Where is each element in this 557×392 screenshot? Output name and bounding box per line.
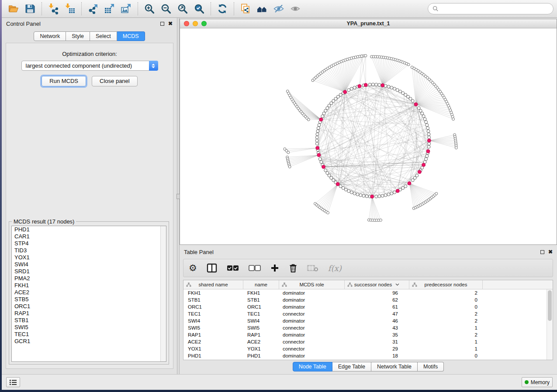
- tab-select[interactable]: Select: [90, 31, 117, 41]
- zoom-out-button[interactable]: [158, 2, 174, 16]
- delete-column-button[interactable]: [289, 261, 298, 275]
- column-header-predecessor-nodes[interactable]: predecessor nodes: [409, 280, 483, 289]
- create-column-button[interactable]: [270, 261, 279, 275]
- zoom-selected-button[interactable]: [191, 2, 208, 16]
- list-scrollbar[interactable]: [160, 226, 166, 361]
- mcds-result-item[interactable]: SWI4: [12, 261, 166, 268]
- attribute-tree-icon: [347, 282, 353, 287]
- control-panel-title: Control Panel: [6, 21, 41, 27]
- first-neighbors-button[interactable]: [254, 2, 270, 16]
- mcds-result-item[interactable]: CAR1: [12, 233, 166, 240]
- task-history-button[interactable]: [6, 377, 20, 387]
- table-row[interactable]: ORC1ORC1dominator610: [183, 303, 547, 310]
- mcds-result-item[interactable]: STB5: [12, 296, 166, 303]
- column-header-name[interactable]: name: [243, 280, 279, 289]
- show-all-button[interactable]: [287, 2, 304, 16]
- table-row[interactable]: STB1STB1dominator620: [183, 296, 547, 303]
- table-cell: 0: [409, 303, 483, 310]
- import-table-button[interactable]: [62, 2, 78, 16]
- hide-selected-button[interactable]: [270, 2, 287, 16]
- table-cell: 31: [345, 338, 409, 345]
- column-header-filler: [483, 280, 553, 289]
- mcds-result-item[interactable]: RAP1: [12, 310, 166, 317]
- attribute-tree-icon: [282, 282, 287, 287]
- open-file-button[interactable]: [5, 2, 22, 16]
- mcds-result-item[interactable]: SWI5: [12, 324, 166, 331]
- mcds-result-item[interactable]: PHD1: [12, 226, 166, 233]
- export-table-button[interactable]: [101, 2, 118, 16]
- mcds-result-item[interactable]: TEC1: [12, 331, 166, 338]
- table-row[interactable]: TEC1TEC1connector472: [183, 310, 547, 317]
- float-table-panel-icon[interactable]: [540, 250, 544, 254]
- import-network-icon: [48, 3, 59, 14]
- tab-edge-table[interactable]: Edge Table: [332, 362, 371, 371]
- right-area: YPA_prune.txt_1 Table Panel ✖ ⚙: [180, 18, 557, 374]
- network-window-title: YPA_prune.txt_1: [180, 21, 557, 27]
- table-row[interactable]: SWI5SWI5connector431: [183, 324, 547, 331]
- function-builder-button[interactable]: f(x): [328, 261, 342, 275]
- table-row[interactable]: SWI4SWI4dominator462: [183, 317, 547, 324]
- mcds-result-item[interactable]: ACE2: [12, 289, 166, 296]
- float-panel-icon[interactable]: [160, 22, 164, 26]
- mcds-result-item[interactable]: STB1: [12, 317, 166, 324]
- table-cell: 1: [409, 345, 483, 352]
- delete-table-button[interactable]: [307, 261, 318, 275]
- save-session-button[interactable]: [22, 2, 38, 16]
- tab-style[interactable]: Style: [66, 31, 90, 41]
- export-image-button[interactable]: [118, 2, 135, 16]
- select-all-button[interactable]: [227, 261, 239, 275]
- table-cell: 43: [345, 324, 409, 331]
- run-mcds-button[interactable]: Run MCDS: [42, 76, 86, 86]
- mcds-result-item[interactable]: TID3: [12, 247, 166, 254]
- table-row[interactable]: FKH1FKH1dominator962: [183, 289, 547, 296]
- plus-icon: [270, 264, 279, 272]
- column-header-shared-name[interactable]: shared name: [183, 280, 243, 289]
- table-cell: ORC1: [183, 303, 243, 310]
- network-window-titlebar[interactable]: YPA_prune.txt_1: [180, 19, 557, 28]
- memory-button[interactable]: Memory: [522, 377, 553, 387]
- show-columns-button[interactable]: [207, 261, 217, 275]
- table-cell: connector: [279, 324, 345, 331]
- select-all-icon: [227, 265, 239, 271]
- duplicate-network-button[interactable]: [237, 2, 254, 16]
- table-row[interactable]: YOX1YOX1connector291: [183, 345, 547, 352]
- tab-node-table[interactable]: Node Table: [293, 362, 332, 371]
- network-canvas[interactable]: [180, 28, 557, 244]
- scrollbar-thumb[interactable]: [548, 290, 552, 321]
- search-input[interactable]: [441, 6, 549, 12]
- zoom-in-icon: [144, 3, 155, 14]
- table-scrollbar[interactable]: [547, 289, 553, 360]
- mcds-result-item[interactable]: SRD1: [12, 268, 166, 275]
- apply-layout-button[interactable]: [214, 2, 231, 16]
- tab-mcds[interactable]: MCDS: [117, 31, 145, 41]
- tab-motifs[interactable]: Motifs: [418, 362, 444, 371]
- table-row[interactable]: PHD1PHD1dominator180: [183, 352, 547, 359]
- table-row[interactable]: ACE2ACE2connector311: [183, 338, 547, 345]
- close-panel-button[interactable]: Close panel: [92, 76, 138, 86]
- column-header-successor-nodes[interactable]: successor nodes: [345, 280, 409, 289]
- zoom-fit-button[interactable]: [174, 2, 191, 16]
- mcds-result-groupbox: MCDS result (17 nodes) PHD1CAR1STP4TID3Y…: [9, 221, 169, 364]
- mcds-result-item[interactable]: ORC1: [12, 303, 166, 310]
- tab-network-table[interactable]: Network Table: [371, 362, 418, 371]
- mcds-result-item[interactable]: GCR1: [12, 338, 166, 345]
- close-panel-icon[interactable]: ✖: [168, 21, 173, 26]
- zoom-in-button[interactable]: [141, 2, 158, 16]
- column-header-MCDS-role[interactable]: MCDS role: [279, 280, 345, 289]
- tab-network[interactable]: Network: [34, 31, 66, 41]
- mcds-result-item[interactable]: PMA2: [12, 275, 166, 282]
- mcds-result-item[interactable]: STP4: [12, 240, 166, 247]
- close-table-panel-icon[interactable]: ✖: [548, 249, 553, 254]
- deselect-all-button[interactable]: [249, 261, 261, 275]
- optimization-criterion-select[interactable]: largest connected component (undirected): [21, 61, 158, 71]
- mcds-result-item[interactable]: FKH1: [12, 282, 166, 289]
- houses-icon: [256, 3, 268, 14]
- import-network-button[interactable]: [45, 2, 62, 16]
- table-cell: 1: [409, 338, 483, 345]
- optimization-criterion-label: Optimization criterion:: [6, 51, 173, 57]
- table-cell: 2: [409, 331, 483, 338]
- table-settings-button[interactable]: ⚙: [189, 261, 197, 275]
- table-row[interactable]: RAP1RAP1dominator352: [183, 331, 547, 338]
- export-network-button[interactable]: [85, 2, 101, 16]
- mcds-result-item[interactable]: YOX1: [12, 254, 166, 261]
